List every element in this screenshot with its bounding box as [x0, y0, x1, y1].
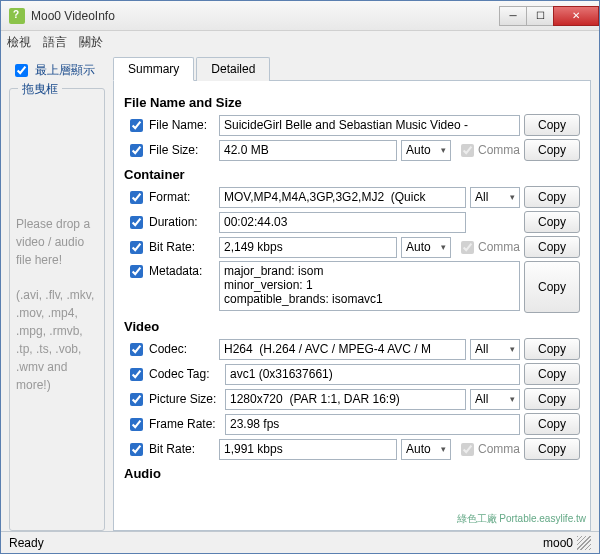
metadata-checkbox[interactable]	[130, 265, 143, 278]
tab-bar: Summary Detailed	[113, 57, 591, 81]
copy-filename-button[interactable]: Copy	[524, 114, 580, 136]
close-button[interactable]: ✕	[553, 6, 599, 26]
app-icon	[9, 8, 25, 24]
container-bitrate-checkbox[interactable]	[130, 241, 143, 254]
copy-duration-button[interactable]: Copy	[524, 211, 580, 233]
drop-frame[interactable]: 拖曳框 Please drop a video / audio file her…	[9, 88, 105, 531]
container-bitrate-select[interactable]: Auto	[401, 237, 451, 258]
codec-label: Codec:	[149, 342, 215, 356]
copy-codec-button[interactable]: Copy	[524, 338, 580, 360]
format-field[interactable]	[219, 187, 466, 208]
filesize-unit-select[interactable]: Auto	[401, 140, 451, 161]
menu-about[interactable]: 關於	[79, 34, 103, 51]
codec-checkbox[interactable]	[130, 343, 143, 356]
video-bitrate-checkbox[interactable]	[130, 443, 143, 456]
copy-container-bitrate-button[interactable]: Copy	[524, 236, 580, 258]
status-left: Ready	[9, 536, 44, 550]
copy-metadata-button[interactable]: Copy	[524, 261, 580, 313]
filename-field[interactable]	[219, 115, 520, 136]
framerate-field[interactable]	[225, 414, 520, 435]
tab-detailed[interactable]: Detailed	[196, 57, 270, 81]
video-bitrate-comma[interactable]: Comma	[455, 442, 520, 456]
filename-checkbox[interactable]	[130, 119, 143, 132]
summary-panel: File Name and Size File Name: Copy File …	[113, 80, 591, 531]
duration-label: Duration:	[149, 215, 215, 229]
statusbar: Ready moo0	[1, 531, 599, 553]
section-container: Container	[124, 167, 580, 182]
main-panel: Summary Detailed File Name and Size File…	[113, 57, 591, 531]
topmost-checkbox[interactable]	[15, 64, 28, 77]
copy-codectag-button[interactable]: Copy	[524, 363, 580, 385]
copy-format-button[interactable]: Copy	[524, 186, 580, 208]
sidebar: 最上層顯示 拖曳框 Please drop a video / audio fi…	[9, 57, 105, 531]
format-checkbox[interactable]	[130, 191, 143, 204]
codectag-label: Codec Tag:	[149, 367, 221, 381]
codec-field[interactable]	[219, 339, 466, 360]
framerate-checkbox[interactable]	[130, 418, 143, 431]
container-bitrate-label: Bit Rate:	[149, 240, 215, 254]
picsize-select[interactable]: All	[470, 389, 520, 410]
menubar: 檢視 語言 關於	[1, 31, 599, 53]
metadata-field[interactable]	[219, 261, 520, 311]
resize-grip[interactable]	[577, 536, 591, 550]
copy-picsize-button[interactable]: Copy	[524, 388, 580, 410]
container-bitrate-field[interactable]	[219, 237, 397, 258]
copy-filesize-button[interactable]: Copy	[524, 139, 580, 161]
metadata-label: Metadata:	[149, 264, 215, 278]
filesize-field[interactable]	[219, 140, 397, 161]
video-bitrate-label: Bit Rate:	[149, 442, 215, 456]
section-audio: Audio	[124, 466, 580, 481]
format-label: Format:	[149, 190, 215, 204]
drop-hint: Please drop a video / audio file here! (…	[16, 215, 98, 394]
picsize-checkbox[interactable]	[130, 393, 143, 406]
filesize-comma[interactable]: Comma	[455, 143, 520, 157]
section-file: File Name and Size	[124, 95, 580, 110]
menu-view[interactable]: 檢視	[7, 34, 31, 51]
tab-summary[interactable]: Summary	[113, 57, 194, 81]
copy-video-bitrate-button[interactable]: Copy	[524, 438, 580, 460]
container-bitrate-comma[interactable]: Comma	[455, 240, 520, 254]
codec-select[interactable]: All	[470, 339, 520, 360]
filesize-checkbox[interactable]	[130, 144, 143, 157]
titlebar[interactable]: Moo0 VideoInfo ─ ☐ ✕	[1, 1, 599, 31]
picsize-label: Picture Size:	[149, 392, 221, 406]
format-select[interactable]: All	[470, 187, 520, 208]
filename-label: File Name:	[149, 118, 215, 132]
video-bitrate-select[interactable]: Auto	[401, 439, 451, 460]
status-right: moo0	[543, 536, 573, 550]
minimize-button[interactable]: ─	[499, 6, 527, 26]
window-title: Moo0 VideoInfo	[31, 9, 500, 23]
codectag-field[interactable]	[225, 364, 520, 385]
drop-frame-legend: 拖曳框	[18, 81, 62, 98]
section-video: Video	[124, 319, 580, 334]
menu-language[interactable]: 語言	[43, 34, 67, 51]
filesize-label: File Size:	[149, 143, 215, 157]
picsize-field[interactable]	[225, 389, 466, 410]
video-bitrate-field[interactable]	[219, 439, 397, 460]
topmost-toggle[interactable]: 最上層顯示	[11, 61, 105, 80]
framerate-label: Frame Rate:	[149, 417, 221, 431]
duration-field[interactable]	[219, 212, 466, 233]
duration-checkbox[interactable]	[130, 216, 143, 229]
maximize-button[interactable]: ☐	[526, 6, 554, 26]
copy-framerate-button[interactable]: Copy	[524, 413, 580, 435]
app-window: Moo0 VideoInfo ─ ☐ ✕ 檢視 語言 關於 最上層顯示 拖曳框 …	[0, 0, 600, 554]
codectag-checkbox[interactable]	[130, 368, 143, 381]
